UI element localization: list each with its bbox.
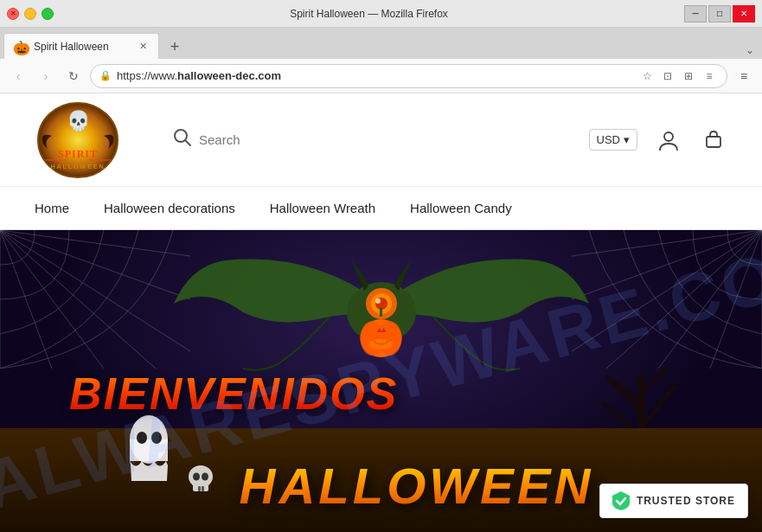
url-scheme: https://www.	[117, 69, 177, 82]
search-icon	[173, 128, 192, 151]
nav-item-decorations[interactable]: Halloween decorations	[104, 201, 235, 215]
traffic-lights: ✕	[7, 8, 54, 20]
svg-line-37	[606, 376, 641, 411]
currency-selector[interactable]: USD ▾	[589, 129, 637, 151]
svg-line-7	[185, 140, 190, 145]
svg-rect-50	[198, 486, 201, 491]
pocket-icon[interactable]: ⊡	[659, 67, 676, 85]
close-button[interactable]: ✕	[733, 5, 755, 22]
back-button[interactable]: ‹	[7, 65, 29, 87]
user-account-button[interactable]	[655, 126, 682, 154]
svg-text:SPIRIT: SPIRIT	[58, 148, 98, 160]
ghost	[125, 412, 173, 484]
title-bar: ✕ Spirit Halloween — Mozilla Firefox ─ □…	[0, 0, 762, 28]
site-logo: 💀 SPIRIT HALLOWEEN	[35, 101, 121, 179]
nav-item-wreath[interactable]: Halloween Wreath	[270, 201, 375, 215]
currency-arrow: ▾	[624, 133, 630, 146]
minimize-button[interactable]: ─	[684, 5, 707, 22]
svg-line-38	[641, 385, 676, 428]
header-right: USD ▾	[589, 126, 727, 154]
trusted-store-badge: TRUSTED STORE	[599, 484, 748, 518]
bookmark-icon[interactable]: ☆	[638, 67, 656, 85]
tab-favicon: 🎃	[13, 40, 27, 54]
site-header: 💀 SPIRIT HALLOWEEN	[0, 93, 762, 187]
svg-point-35	[368, 339, 393, 349]
halloween-text: HALLOWEEN	[240, 457, 594, 515]
title-bar-left: ✕	[7, 8, 54, 20]
hero-banner: BIENVENIDOS HALLOWEEN MALWARESPYWARE.COM…	[0, 230, 762, 532]
svg-point-45	[151, 432, 162, 444]
window-title: Spirit Halloween — Mozilla Firefox	[54, 8, 684, 20]
svg-point-49	[202, 473, 208, 481]
url-domain: halloween-dec.com	[177, 69, 281, 82]
search-input[interactable]	[199, 132, 563, 147]
svg-line-40	[641, 368, 667, 394]
nav-item-home[interactable]: Home	[35, 201, 69, 215]
svg-line-12	[0, 230, 104, 369]
nav-item-candy[interactable]: Halloween Candy	[410, 201, 512, 215]
svg-rect-43	[130, 439, 168, 461]
logo-area[interactable]: 💀 SPIRIT HALLOWEEN	[35, 101, 147, 179]
active-tab[interactable]: 🎃 Spirit Halloween ✕	[3, 33, 159, 59]
trusted-shield-icon	[612, 491, 630, 510]
svg-text:💀: 💀	[67, 109, 91, 132]
svg-point-28	[375, 298, 381, 304]
tab-close-button[interactable]: ✕	[136, 40, 150, 54]
forward-button[interactable]: ›	[35, 65, 57, 87]
website-content: 💀 SPIRIT HALLOWEEN	[0, 93, 762, 532]
tab-label: Spirit Halloween	[34, 41, 129, 53]
address-icons: ☆ ⊡ ⊞ ≡	[638, 67, 718, 85]
tab-list-button[interactable]: ⌄	[741, 42, 759, 59]
new-tab-button[interactable]: +	[163, 35, 187, 59]
trusted-label: TRUSTED STORE	[637, 495, 735, 507]
shopping-cart-button[interactable]	[700, 126, 727, 154]
svg-point-32	[377, 321, 401, 356]
reload-button[interactable]: ↻	[62, 65, 85, 87]
menu-button[interactable]: ≡	[733, 65, 755, 87]
svg-point-44	[137, 432, 147, 444]
pumpkin	[357, 308, 405, 363]
site-navigation: Home Halloween decorations Halloween Wre…	[0, 187, 762, 230]
bienvenidos-text: BIENVENIDOS	[69, 368, 398, 420]
tab-bar: 🎃 Spirit Halloween ✕ + ⌄	[0, 28, 762, 59]
close-traffic-light[interactable]: ✕	[7, 8, 19, 20]
svg-rect-9	[707, 137, 720, 147]
lock-icon: 🔒	[99, 70, 112, 81]
tab-bar-right: ⌄	[741, 42, 759, 59]
address-bar[interactable]: 🔒 https://www.halloween-dec.com ☆ ⊡ ⊞ ≡	[90, 64, 727, 88]
search-area	[173, 128, 563, 151]
maximize-button[interactable]: □	[708, 5, 731, 22]
nav-right-buttons: ≡	[733, 65, 755, 87]
skull	[186, 464, 216, 497]
address-text: https://www.halloween-dec.com	[117, 69, 633, 82]
minimize-traffic-light[interactable]	[24, 8, 36, 20]
overflow-icon[interactable]: ≡	[701, 67, 718, 85]
currency-label: USD	[597, 133, 620, 146]
extensions-icon[interactable]: ⊞	[680, 67, 697, 85]
svg-rect-51	[202, 486, 204, 491]
navigation-bar: ‹ › ↻ 🔒 https://www.halloween-dec.com ☆ …	[0, 59, 762, 93]
maximize-traffic-light[interactable]	[42, 8, 54, 20]
title-bar-controls: ─ □ ✕	[684, 5, 755, 22]
svg-text:HALLOWEEN: HALLOWEEN	[50, 163, 105, 170]
svg-point-8	[664, 132, 673, 141]
svg-point-48	[193, 473, 200, 481]
